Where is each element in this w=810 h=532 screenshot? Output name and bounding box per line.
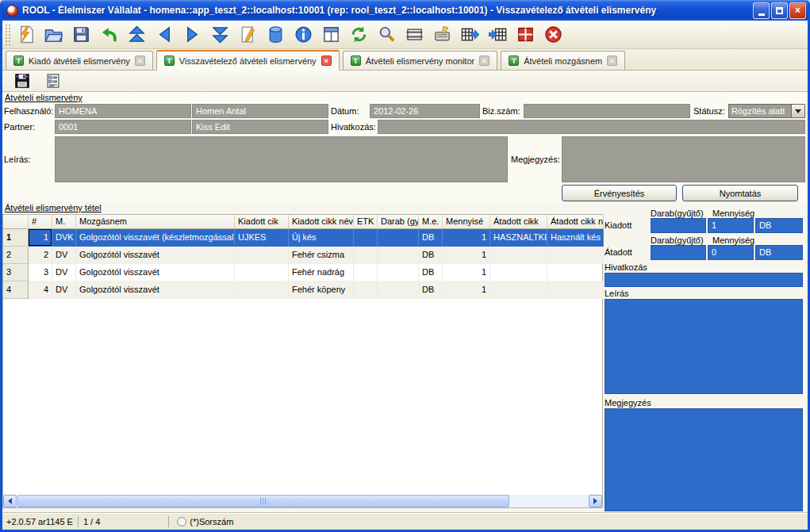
status-note: (*)Sorszám <box>190 517 233 526</box>
dropdown-button[interactable] <box>791 105 804 117</box>
table-cell: 3 <box>29 264 52 281</box>
columns-window-icon[interactable] <box>321 24 341 46</box>
save-record-icon[interactable] <box>12 70 33 92</box>
header-cell[interactable]: Kiadott cikk név <box>289 215 354 229</box>
header-cell[interactable]: Mozgásnem <box>76 215 235 229</box>
panel-hivatkozas-field[interactable] <box>605 273 803 287</box>
tab-4[interactable]: Átvételi mozgásnem <box>501 51 625 70</box>
table-cell: DB <box>419 247 443 264</box>
atadott-unit-field[interactable]: DB <box>755 245 803 260</box>
kiadott-darab-field[interactable] <box>651 218 706 233</box>
table-marks-icon[interactable] <box>515 24 536 46</box>
horizontal-scrollbar[interactable] <box>3 495 602 507</box>
panel-leiras-textarea[interactable] <box>605 299 803 394</box>
scroll-right-button[interactable] <box>589 495 602 507</box>
first-record-icon[interactable] <box>126 24 147 46</box>
row-header[interactable]: 4 <box>3 281 29 299</box>
last-record-icon[interactable] <box>209 24 230 46</box>
tab-close-icon[interactable] <box>479 55 489 66</box>
megjegyzes-textarea[interactable] <box>562 136 805 182</box>
export-table-icon[interactable] <box>459 24 480 46</box>
execute-icon[interactable] <box>15 24 36 46</box>
row-settings-icon[interactable] <box>404 24 424 46</box>
form-view-icon[interactable] <box>43 70 63 92</box>
info-icon[interactable] <box>293 24 313 46</box>
table-row[interactable]: 44DVGolgozótól visszavétFehér köpenyDB1 <box>3 281 602 299</box>
nyomtatas-button[interactable]: Nyomtatás <box>682 185 798 201</box>
tab-3[interactable]: Átvételi elismervény monitor <box>343 51 498 70</box>
felhasznalo-code-field[interactable]: HOMENA <box>55 104 191 118</box>
chevron-down-icon <box>795 109 801 113</box>
row-header[interactable]: 1 <box>3 229 29 247</box>
edit-icon[interactable] <box>237 24 258 46</box>
scrollbar-thumb[interactable] <box>17 495 509 507</box>
table-row[interactable]: 11DVKGolgozótól visszavét (készletmozgás… <box>3 229 602 247</box>
row-header[interactable]: 3 <box>3 264 29 281</box>
table-row[interactable]: 22DVGolgozótól visszavétFehér csizmaDB1 <box>3 247 602 264</box>
tab-close-icon[interactable] <box>321 55 332 66</box>
panel-leiras-label: Leírás <box>605 289 629 298</box>
table-row[interactable]: 33DVGolgozótól visszavétFehér nadrágDB1 <box>3 264 602 281</box>
next-record-icon[interactable] <box>182 24 202 46</box>
header-cell[interactable]: ETK <box>354 215 378 229</box>
tab-document-icon <box>509 55 519 66</box>
partner-name-field[interactable]: Kiss Edit <box>192 120 328 134</box>
ervenyesites-button[interactable]: Érvényesítés <box>562 185 677 201</box>
save-icon[interactable] <box>71 24 91 46</box>
row-header[interactable]: 2 <box>3 247 29 264</box>
kiadott-label: Kiadott <box>605 220 631 230</box>
kiadott-unit-field[interactable]: DB <box>755 218 803 233</box>
panel-hivatkozas-label: Hivatkozás <box>605 262 647 272</box>
import-table-icon[interactable] <box>487 24 508 46</box>
table-cell <box>235 264 289 281</box>
atadott-label: Átadott <box>605 247 632 257</box>
kiadott-darab-header: Darab(gyűjtő) <box>651 209 704 218</box>
felhasznalo-name-field[interactable]: Homen Antal <box>192 104 328 118</box>
maximize-button[interactable] <box>771 2 788 19</box>
tab-1[interactable]: Kiadó átvételi elismervény <box>6 51 153 70</box>
datum-field[interactable]: 2012-02-26 <box>370 104 480 118</box>
kiadott-qty-field[interactable]: 1 <box>708 218 754 233</box>
header-cell[interactable]: Kiadott cik <box>235 215 289 229</box>
header-cell[interactable]: Darab (gy <box>378 215 419 229</box>
scroll-left-button[interactable] <box>3 495 17 507</box>
header-cell[interactable]: M.e. <box>419 215 443 229</box>
table-cell: Golgozótól visszavét <box>76 264 235 281</box>
database-icon[interactable] <box>265 24 286 46</box>
open-folder-icon[interactable] <box>43 24 63 46</box>
table-cell: Használt kés <box>547 229 604 247</box>
table-cell: DV <box>52 247 76 264</box>
header-cell[interactable]: Mennyisé <box>443 215 490 229</box>
table-corner-cell <box>3 215 29 229</box>
toolbar-gripper[interactable] <box>6 25 11 45</box>
delete-close-icon[interactable] <box>543 24 563 46</box>
table-cell <box>378 247 419 264</box>
statusz-dropdown[interactable]: Rögzítés alatt <box>728 104 805 118</box>
data-entry-icon[interactable] <box>432 24 452 46</box>
close-button[interactable]: × <box>789 2 806 19</box>
undo-icon[interactable] <box>98 24 119 46</box>
panel-megjegyzes-textarea[interactable] <box>605 408 803 511</box>
partner-label: Partner: <box>4 120 35 134</box>
partner-code-field[interactable]: 0001 <box>55 120 191 134</box>
atadott-darab-field[interactable] <box>651 245 706 260</box>
header-cell[interactable]: Átadott cikk n <box>547 215 604 229</box>
tab-close-icon[interactable] <box>607 55 617 66</box>
header-cell[interactable]: # <box>29 215 52 229</box>
search-icon[interactable] <box>376 24 397 46</box>
table-cell: 2 <box>29 247 52 264</box>
tab-close-icon[interactable] <box>135 55 145 66</box>
bizszam-field[interactable] <box>524 104 690 118</box>
atadott-qty-field[interactable]: 0 <box>708 245 754 260</box>
table-cell <box>235 247 289 264</box>
minimize-button[interactable] <box>753 2 770 19</box>
titlebar[interactable]: ROOL - Élelmiszer Vállalat - homena::app… <box>0 0 810 21</box>
tab-2[interactable]: Visszavételező átvételi elismervény <box>156 50 340 71</box>
previous-record-icon[interactable] <box>154 24 175 46</box>
refresh-icon[interactable] <box>348 24 369 46</box>
table-cell: DV <box>52 281 76 299</box>
leiras-textarea[interactable] <box>55 136 508 182</box>
header-cell[interactable]: M. <box>52 215 76 229</box>
hivatkozas-field[interactable] <box>378 120 805 134</box>
header-cell[interactable]: Átadott cikk <box>490 215 547 229</box>
